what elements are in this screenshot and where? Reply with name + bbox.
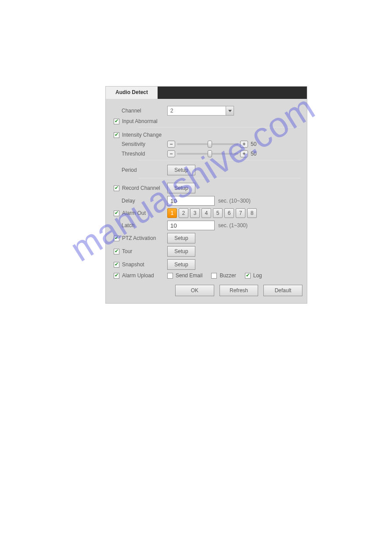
- alarm-out-7[interactable]: 7: [236, 208, 245, 218]
- tour-setup-button[interactable]: Setup: [167, 246, 195, 257]
- intensity-change-checkbox[interactable]: [114, 132, 119, 138]
- record-channel-label: Record Channel: [122, 185, 160, 191]
- latch-input[interactable]: [167, 221, 215, 230]
- alarm-out-1[interactable]: 1: [167, 208, 177, 218]
- alarm-out-5[interactable]: 5: [213, 208, 223, 218]
- delay-hint: sec. (10~300): [218, 198, 251, 204]
- period-label: Period: [122, 167, 167, 173]
- footer-buttons: OK Refresh Default: [175, 285, 302, 296]
- channel-label: Channel: [122, 108, 167, 114]
- channel-value: 2: [168, 106, 226, 115]
- intensity-change-label: Intensity Change: [122, 132, 162, 138]
- alarm-out-buttons: 1 2 3 4 5 6 7 8: [167, 208, 259, 218]
- divider: [138, 160, 301, 160]
- audio-detect-panel: Audio Detect Channel 2 Input Abnormal In…: [105, 86, 307, 304]
- chevron-down-icon[interactable]: [226, 106, 234, 115]
- send-email-label: Send Email: [176, 272, 202, 279]
- refresh-button[interactable]: Refresh: [219, 285, 259, 296]
- tab-audio-detect[interactable]: Audio Detect: [106, 87, 158, 99]
- alarm-out-4[interactable]: 4: [201, 208, 211, 218]
- default-button[interactable]: Default: [263, 285, 302, 296]
- delay-label: Delay: [122, 198, 167, 204]
- input-abnormal-checkbox[interactable]: [114, 119, 119, 124]
- divider: [138, 127, 301, 127]
- alarm-upload-checkbox[interactable]: [114, 273, 119, 279]
- ptz-activation-label: PTZ Activation: [122, 235, 156, 241]
- panel-body: Channel 2 Input Abnormal Intensity Chang…: [106, 99, 307, 303]
- send-email-checkbox[interactable]: [167, 273, 173, 279]
- input-abnormal-label: Input Abnormal: [122, 118, 158, 124]
- ptz-activation-checkbox[interactable]: [114, 236, 119, 241]
- channel-select[interactable]: 2: [167, 106, 234, 116]
- alarm-out-3[interactable]: 3: [190, 208, 200, 218]
- sensitivity-thumb[interactable]: [208, 141, 212, 148]
- threshold-value: 50: [251, 151, 256, 157]
- tour-checkbox[interactable]: [114, 249, 119, 254]
- sensitivity-label: Sensitivity: [122, 141, 167, 147]
- tab-bar: Audio Detect: [106, 87, 307, 99]
- alarm-out-6[interactable]: 6: [224, 208, 234, 218]
- buzzer-label: Buzzer: [219, 272, 236, 279]
- latch-hint: sec. (1~300): [218, 222, 248, 229]
- alarm-out-label: Alarm Out: [122, 210, 146, 216]
- alarm-upload-label: Alarm Upload: [122, 272, 154, 279]
- threshold-label: Threshold: [122, 151, 167, 157]
- delay-input[interactable]: [167, 196, 215, 206]
- log-label: Log: [253, 272, 262, 279]
- threshold-minus-button[interactable]: −: [167, 150, 175, 157]
- ptz-activation-setup-button[interactable]: Setup: [167, 233, 195, 243]
- alarm-out-checkbox[interactable]: [114, 210, 119, 216]
- snapshot-checkbox[interactable]: [114, 262, 119, 268]
- alarm-out-8[interactable]: 8: [247, 208, 257, 218]
- ok-button[interactable]: OK: [175, 285, 214, 296]
- snapshot-setup-button[interactable]: Setup: [167, 259, 195, 270]
- tour-label: Tour: [122, 248, 132, 254]
- sensitivity-value: 50: [251, 141, 256, 147]
- divider: [138, 178, 301, 178]
- sensitivity-minus-button[interactable]: −: [167, 141, 175, 148]
- record-channel-checkbox[interactable]: [114, 185, 119, 191]
- sensitivity-slider[interactable]: [177, 143, 238, 145]
- threshold-thumb[interactable]: [208, 150, 212, 157]
- log-checkbox[interactable]: [245, 273, 251, 279]
- snapshot-label: Snapshot: [122, 261, 144, 268]
- threshold-slider[interactable]: [177, 153, 238, 155]
- latch-label: Latch: [122, 222, 167, 229]
- alarm-out-2[interactable]: 2: [179, 208, 188, 218]
- sensitivity-plus-button[interactable]: +: [240, 141, 248, 148]
- record-channel-setup-button[interactable]: Setup: [167, 183, 195, 193]
- buzzer-checkbox[interactable]: [211, 273, 217, 279]
- period-setup-button[interactable]: Setup: [167, 165, 195, 175]
- threshold-plus-button[interactable]: +: [240, 150, 248, 157]
